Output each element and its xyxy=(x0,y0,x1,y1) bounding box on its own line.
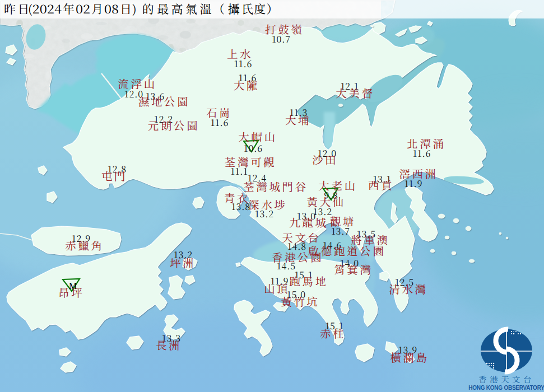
svg-text:HONG KONG OBSERVATORY: HONG KONG OBSERVATORY xyxy=(468,385,544,391)
svg-text:坪洲: 坪洲 xyxy=(170,255,196,270)
svg-text:清水灣: 清水灣 xyxy=(389,281,427,297)
svg-text:赤柱: 赤柱 xyxy=(320,325,346,341)
svg-text:橫瀾島: 橫瀾島 xyxy=(390,349,429,365)
svg-text:11.1: 11.1 xyxy=(230,165,248,178)
svg-text:13.2: 13.2 xyxy=(255,207,274,220)
svg-text:元朗公園: 元朗公園 xyxy=(148,118,199,133)
svg-text:屯門: 屯門 xyxy=(101,168,127,184)
svg-text:13.7: 13.7 xyxy=(331,225,350,237)
svg-text:西貢: 西貢 xyxy=(368,177,394,193)
svg-text:筲箕灣: 筲箕灣 xyxy=(334,262,373,277)
svg-text:長洲: 長洲 xyxy=(156,337,182,353)
svg-text:大美督: 大美督 xyxy=(336,85,374,101)
svg-text:11.6: 11.6 xyxy=(211,116,229,129)
svg-text:香港天文台: 香港天文台 xyxy=(478,373,534,385)
svg-text:跑馬地: 跑馬地 xyxy=(289,273,328,289)
svg-text:13.8: 13.8 xyxy=(231,200,250,213)
svg-text:荃灣城門谷: 荃灣城門谷 xyxy=(243,179,308,194)
svg-text:昂坪: 昂坪 xyxy=(58,284,84,300)
svg-text:11.9: 11.9 xyxy=(404,177,423,190)
svg-text:赤鱲角: 赤鱲角 xyxy=(65,237,104,253)
svg-text:大埔: 大埔 xyxy=(285,112,311,128)
svg-text:黃竹坑: 黃竹坑 xyxy=(281,293,319,309)
svg-text:濕地公園: 濕地公園 xyxy=(138,94,190,109)
svg-text:大隴: 大隴 xyxy=(234,77,259,93)
svg-text:11.6: 11.6 xyxy=(234,57,252,70)
svg-text:九龍城: 九龍城 xyxy=(289,214,328,230)
svg-text:沙田: 沙田 xyxy=(312,152,338,167)
svg-text:10.6: 10.6 xyxy=(244,142,263,155)
svg-text:11.6: 11.6 xyxy=(413,147,431,160)
svg-text:14.5: 14.5 xyxy=(277,259,296,272)
svg-text:10.7: 10.7 xyxy=(272,32,291,45)
